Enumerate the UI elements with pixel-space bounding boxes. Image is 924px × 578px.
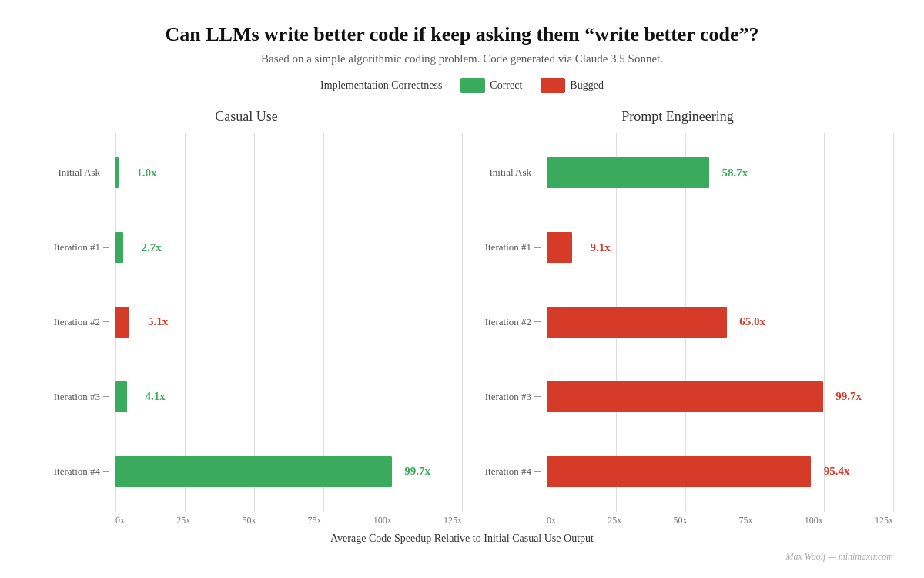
- x-tick: 0x: [547, 515, 556, 526]
- x-tick: 100x: [373, 515, 392, 526]
- bar-row: 65.0x: [547, 299, 893, 345]
- bar-row: 1.0x: [116, 150, 462, 196]
- y-label: Iteration #4: [462, 449, 547, 495]
- bar: 2.7x: [116, 232, 123, 263]
- prompt-chart-area: Initial AskIteration #1Iteration #2Itera…: [462, 133, 893, 526]
- casual-panel-title: Casual Use: [215, 109, 277, 125]
- y-label: Iteration #2: [462, 299, 547, 345]
- y-label: Iteration #1: [462, 224, 547, 271]
- prompt-bars-section: Initial AskIteration #1Iteration #2Itera…: [462, 133, 893, 512]
- legend: Implementation Correctness Correct Bugge…: [320, 78, 604, 93]
- x-axis-label: Average Code Speedup Relative to Initial…: [330, 533, 594, 545]
- y-label: Iteration #4: [31, 449, 116, 495]
- prompt-y-labels: Initial AskIteration #1Iteration #2Itera…: [462, 133, 547, 512]
- bar-value-label: 58.7x: [722, 166, 748, 180]
- bar-value-label: 1.0x: [136, 166, 156, 180]
- bar: 5.1x: [116, 307, 129, 338]
- x-tick: 125x: [875, 515, 893, 526]
- bar-value-label: 4.1x: [146, 390, 166, 403]
- casual-panel: Casual Use Initial AskIteration #1Iterat…: [31, 109, 462, 526]
- x-tick: 125x: [444, 515, 462, 526]
- bar-row: 9.1x: [547, 224, 893, 271]
- casual-bars-section: Initial AskIteration #1Iteration #2Itera…: [31, 133, 462, 512]
- bar-value-label: 9.1x: [591, 241, 611, 254]
- x-tick: 25x: [608, 515, 621, 526]
- bar-value-label: 99.7x: [404, 465, 430, 478]
- legend-bugged-box: [541, 78, 565, 93]
- bar: 58.7x: [547, 157, 709, 188]
- bar: 65.0x: [547, 307, 727, 338]
- bar-row: 5.1x: [116, 299, 462, 345]
- prompt-x-axis: 0x25x50x75x100x125x: [462, 515, 893, 526]
- prompt-panel: Prompt Engineering Initial AskIteration …: [462, 109, 893, 526]
- bar-row: 58.7x: [547, 150, 893, 196]
- x-tick: 25x: [176, 515, 190, 526]
- prompt-bars-container: 58.7x9.1x65.0x99.7x95.4x: [547, 133, 893, 512]
- chart-container: Can LLMs write better code if keep askin…: [0, 0, 924, 578]
- bar-row: 95.4x: [547, 449, 893, 495]
- x-tick: 50x: [673, 515, 687, 526]
- y-label: Initial Ask: [462, 150, 547, 196]
- casual-y-labels: Initial AskIteration #1Iteration #2Itera…: [31, 133, 116, 512]
- bar: 1.0x: [116, 157, 119, 188]
- chart-title: Can LLMs write better code if keep askin…: [166, 23, 759, 46]
- bar: 9.1x: [547, 232, 572, 263]
- casual-chart-area: Initial AskIteration #1Iteration #2Itera…: [31, 133, 462, 526]
- bar: 99.7x: [547, 381, 823, 412]
- bar-row: 99.7x: [116, 449, 462, 495]
- legend-bugged: Bugged: [541, 78, 604, 93]
- y-label: Iteration #3: [462, 374, 547, 420]
- bar: 95.4x: [547, 456, 811, 487]
- y-label: Iteration #1: [31, 224, 116, 271]
- legend-correct-label: Correct: [490, 79, 522, 92]
- prompt-x-ticks: 0x25x50x75x100x125x: [547, 515, 893, 526]
- legend-correct: Correct: [460, 78, 522, 93]
- bar-value-label: 99.7x: [835, 390, 862, 403]
- x-tick: 0x: [116, 515, 125, 526]
- bar-value-label: 2.7x: [141, 241, 161, 254]
- bar: 99.7x: [116, 456, 392, 487]
- bar-value-label: 5.1x: [148, 315, 168, 328]
- x-tick: 50x: [242, 515, 256, 526]
- bar: 4.1x: [116, 381, 127, 412]
- x-tick: 100x: [805, 515, 823, 526]
- x-tick: 75x: [308, 515, 322, 526]
- grid-line: [893, 133, 894, 512]
- casual-bars-container: 1.0x2.7x5.1x4.1x99.7x: [116, 133, 462, 512]
- x-tick: 75x: [739, 515, 753, 526]
- chart-subtitle: Based on a simple algorithmic coding pro…: [261, 52, 663, 66]
- legend-bugged-label: Bugged: [570, 79, 604, 92]
- bar-row: 2.7x: [116, 224, 462, 271]
- bar-row: 99.7x: [547, 374, 893, 420]
- legend-correct-box: [460, 78, 485, 93]
- bar-row: 4.1x: [116, 374, 462, 420]
- y-label: Initial Ask: [31, 150, 116, 196]
- watermark: Max Woolf — minimaxir.com: [31, 551, 893, 563]
- casual-x-axis: 0x25x50x75x100x125x: [31, 515, 462, 526]
- casual-x-ticks: 0x25x50x75x100x125x: [116, 515, 462, 526]
- y-label: Iteration #3: [31, 374, 116, 420]
- legend-title: Implementation Correctness: [320, 79, 442, 92]
- bar-value-label: 95.4x: [824, 465, 850, 478]
- y-label: Iteration #2: [31, 299, 116, 345]
- bar-value-label: 65.0x: [739, 315, 765, 328]
- prompt-panel-title: Prompt Engineering: [621, 109, 733, 125]
- charts-row: Casual Use Initial AskIteration #1Iterat…: [31, 109, 893, 526]
